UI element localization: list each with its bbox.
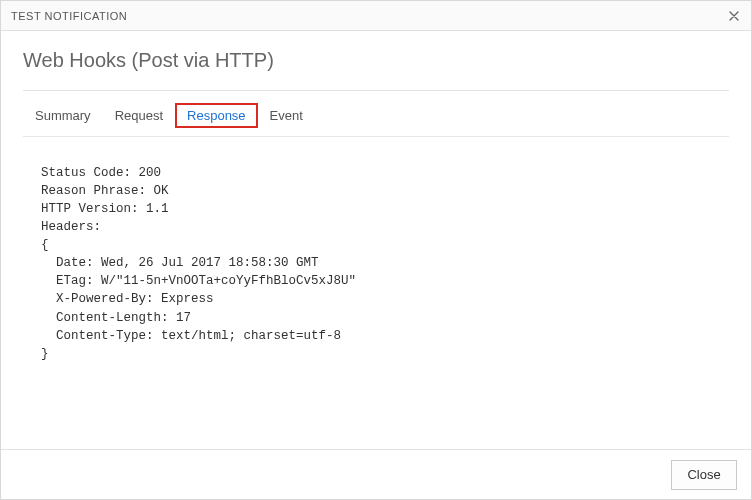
window-title: TEST NOTIFICATION [11, 10, 127, 22]
dialog-content: Web Hooks (Post via HTTP) Summary Reques… [1, 31, 751, 363]
tab-bar: Summary Request Response Event [23, 91, 729, 137]
footer: Close [1, 449, 751, 499]
response-body: Status Code: 200 Reason Phrase: OK HTTP … [23, 150, 729, 363]
tab-event[interactable]: Event [258, 104, 315, 127]
close-icon[interactable] [725, 7, 743, 25]
tab-summary[interactable]: Summary [23, 104, 103, 127]
tab-request[interactable]: Request [103, 104, 175, 127]
tab-response[interactable]: Response [175, 103, 258, 128]
titlebar: TEST NOTIFICATION [1, 1, 751, 31]
page-title: Web Hooks (Post via HTTP) [23, 49, 729, 72]
close-button[interactable]: Close [671, 460, 737, 490]
